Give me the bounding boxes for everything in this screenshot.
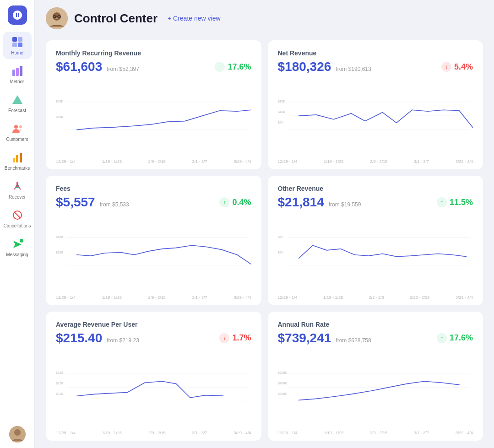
- card-from-net-revenue: from $190,613: [336, 66, 371, 72]
- x-label: 1/19 - 1/25: [102, 431, 122, 435]
- svg-point-9: [19, 125, 22, 128]
- sidebar-item-home-label: Home: [11, 50, 23, 55]
- sidebar-item-recover[interactable]: Recover: [3, 176, 32, 203]
- card-badge-arpu: ↓ 1.7%: [219, 333, 251, 343]
- sidebar-item-forecast[interactable]: Forecast: [3, 90, 32, 117]
- card-value-row-fees: $5,557 from $5,533 ↑ 0.4%: [56, 195, 251, 210]
- svg-marker-7: [12, 95, 22, 104]
- chart-svg-fees: $400$200: [56, 212, 251, 290]
- card-title-arr: Annual Run Rate: [278, 321, 473, 328]
- svg-point-20: [14, 429, 21, 436]
- card-fees: Fees $5,557 from $5,533 ↑ 0.4% $400$200 …: [46, 176, 261, 305]
- sidebar-item-customers-label: Customers: [6, 137, 28, 142]
- badge-arrow-fees: ↑: [219, 197, 229, 207]
- card-value-mrr: $61,603: [56, 59, 102, 74]
- chart-labels-net-revenue: 12/29 - 1/41/19 - 1/252/9 - 2/153/1 - 3/…: [278, 157, 473, 164]
- x-label: 3/1 - 3/7: [192, 431, 207, 435]
- chart-svg-arpu: $225$220$215: [56, 348, 251, 426]
- sidebar-item-metrics-label: Metrics: [10, 79, 24, 84]
- badge-pct-arpu: 1.7%: [232, 333, 251, 343]
- x-label: 1/19 - 1/25: [324, 431, 343, 435]
- sidebar-item-customers[interactable]: Customers: [3, 119, 32, 146]
- card-value-net-revenue: $180,326: [278, 59, 331, 74]
- svg-rect-1: [18, 37, 22, 42]
- sidebar: Home Metrics Forecast: [0, 0, 35, 448]
- svg-text:$60K: $60K: [56, 100, 63, 103]
- x-label: 2/9 - 2/15: [148, 295, 166, 300]
- recover-icon: [11, 180, 24, 193]
- customers-icon: [11, 122, 24, 135]
- badge-arrow-arpu: ↓: [219, 333, 229, 343]
- forecast-icon: [11, 93, 24, 106]
- badge-pct-arr: 17.6%: [450, 333, 473, 343]
- card-value-arpu: $215.40: [56, 331, 102, 345]
- card-value-fees: $5,557: [56, 195, 95, 210]
- sidebar-item-metrics[interactable]: Metrics: [3, 61, 32, 88]
- card-badge-arr: ↑ 17.6%: [437, 333, 473, 343]
- chart-labels-other-revenue: 12/29 - 1/41/19 - 1/252/2 - 2/82/23 - 2/…: [278, 293, 473, 300]
- sidebar-item-messaging[interactable]: Messaging: [3, 234, 32, 261]
- x-label: 3/29 - 4/4: [456, 431, 473, 435]
- svg-text:$55K: $55K: [56, 115, 63, 119]
- card-arr: Annual Run Rate $739,241 from $628,758 ↑…: [268, 312, 483, 441]
- sidebar-item-home[interactable]: Home: [3, 32, 32, 59]
- x-label: 3/1 - 3/7: [192, 295, 207, 300]
- sidebar-item-benchmarks-label: Benchmarks: [5, 166, 30, 171]
- badge-pct-mrr: 17.6%: [228, 62, 251, 72]
- sidebar-item-forecast-label: Forecast: [8, 108, 26, 113]
- sidebar-item-benchmarks[interactable]: Benchmarks: [3, 147, 32, 174]
- create-new-view-button[interactable]: + Create new view: [168, 15, 221, 22]
- x-label: 2/23 - 2/29: [410, 295, 429, 300]
- sidebar-item-messaging-label: Messaging: [6, 252, 28, 257]
- x-label: 3/29 - 4/4: [233, 431, 251, 435]
- svg-rect-4: [12, 70, 15, 76]
- card-from-arpu: from $219.23: [107, 337, 139, 344]
- svg-rect-10: [13, 158, 15, 162]
- card-value-row-other-revenue: $21,814 from $19,559 ↑ 11.5%: [278, 195, 473, 210]
- card-title-other-revenue: Other Revenue: [278, 185, 473, 192]
- card-net-revenue: Net Revenue $180,326 from $190,613 ↓ 5.4…: [268, 40, 483, 169]
- x-label: 1/19 - 1/25: [102, 295, 122, 300]
- card-title-fees: Fees: [56, 185, 251, 192]
- x-label: 2/2 - 2/8: [369, 295, 384, 300]
- svg-text:$10K: $10K: [278, 110, 285, 113]
- x-label: 3/1 - 3/7: [414, 159, 429, 164]
- card-arpu: Average Revenue Per User $215.40 from $2…: [46, 312, 261, 441]
- chart-svg-mrr: $60K$55K: [56, 77, 251, 155]
- svg-text:$15K: $15K: [278, 100, 285, 103]
- svg-text:$750K: $750K: [278, 371, 287, 374]
- badge-pct-net-revenue: 5.4%: [454, 62, 473, 72]
- dashboard-grid: Monthly Recurring Revenue $61,603 from $…: [35, 37, 494, 448]
- user-avatar[interactable]: [9, 426, 26, 443]
- card-from-other-revenue: from $19,559: [329, 201, 361, 208]
- svg-text:$225: $225: [56, 371, 63, 374]
- chart-svg-other-revenue: $4K$2K: [278, 212, 473, 290]
- x-label: 12/29 - 1/4: [56, 295, 76, 300]
- metrics-icon: [11, 65, 24, 77]
- svg-text:$400: $400: [56, 236, 63, 239]
- svg-point-18: [20, 239, 23, 243]
- page-header: Control Center + Create new view: [35, 0, 494, 37]
- x-label: 3/29 - 4/4: [456, 159, 473, 164]
- x-label: 12/29 - 1/4: [56, 159, 76, 164]
- svg-rect-0: [12, 37, 17, 42]
- svg-point-8: [14, 125, 18, 129]
- chart-area-arr: $750K$700K$650K: [278, 348, 473, 426]
- sidebar-item-cancellations[interactable]: Cancellations: [3, 205, 32, 232]
- chart-area-mrr: $60K$55K: [56, 77, 251, 155]
- svg-text:$215: $215: [56, 392, 63, 395]
- app-logo[interactable]: [8, 5, 27, 25]
- sidebar-bottom: [9, 426, 26, 443]
- badge-arrow-mrr: ↑: [215, 62, 225, 72]
- card-badge-mrr: ↑ 17.6%: [215, 62, 251, 72]
- chart-labels-fees: 12/29 - 1/41/19 - 1/252/9 - 2/153/1 - 3/…: [56, 293, 251, 300]
- x-label: 1/19 - 1/25: [102, 159, 122, 164]
- badge-arrow-arr: ↑: [437, 333, 447, 343]
- card-value-row-net-revenue: $180,326 from $190,613 ↓ 5.4%: [278, 59, 473, 74]
- svg-rect-5: [16, 68, 19, 76]
- home-icon: [11, 36, 24, 49]
- x-label: 1/19 - 1/25: [323, 295, 343, 300]
- x-label: 2/9 - 2/15: [370, 431, 387, 435]
- x-label: 3/29 - 4/4: [233, 159, 251, 164]
- chart-labels-arr: 12/29 - 1/41/19 - 1/252/9 - 2/153/1 - 3/…: [278, 429, 473, 435]
